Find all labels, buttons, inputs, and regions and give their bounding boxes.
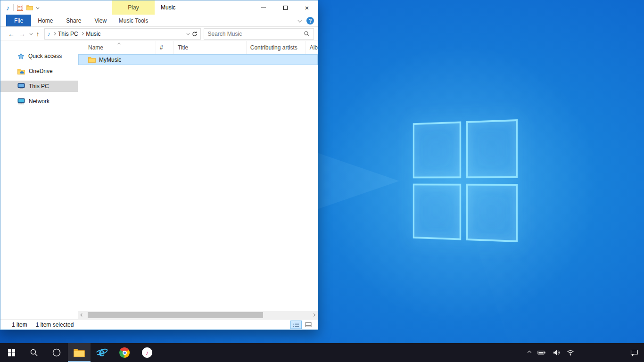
large-icons-view-toggle[interactable] <box>303 321 314 329</box>
cortana-button[interactable] <box>45 343 68 362</box>
search-icon <box>30 348 38 357</box>
column-header-number[interactable]: # <box>156 41 174 54</box>
contextual-tab-group-play[interactable]: Play <box>112 0 155 15</box>
show-hidden-icons-chevron-icon[interactable] <box>528 351 531 354</box>
file-explorer-window: ♪ Play Music × <box>0 0 318 330</box>
sidebar-item-label: Quick access <box>28 53 62 59</box>
windows-logo-pane <box>413 183 461 240</box>
new-folder-button[interactable] <box>26 5 33 10</box>
close-button[interactable]: × <box>296 0 318 15</box>
search-input[interactable] <box>208 29 304 39</box>
recent-locations-chevron-icon[interactable] <box>30 32 33 35</box>
tab-home[interactable]: Home <box>31 15 59 26</box>
tab-music-tools[interactable]: Music Tools <box>112 15 155 26</box>
chrome-icon <box>119 347 130 358</box>
scroll-right-icon <box>312 313 315 316</box>
computer-icon <box>17 83 25 90</box>
customize-toolbar-chevron-icon[interactable] <box>36 6 39 8</box>
chrome-button[interactable] <box>113 343 136 362</box>
window-title: Music <box>161 0 175 15</box>
horizontal-scrollbar[interactable] <box>78 311 318 319</box>
sidebar-item-quick-access[interactable]: Quick access <box>0 50 78 62</box>
star-icon <box>17 53 25 60</box>
music-player-button[interactable]: ♪ <box>136 343 158 362</box>
breadcrumb-chevron-icon[interactable] <box>53 32 56 35</box>
column-header-contributing-artists[interactable]: Contributing artists <box>247 41 306 54</box>
maximize-button[interactable] <box>274 0 296 15</box>
windows-start-icon <box>8 349 16 357</box>
sidebar-item-network[interactable]: Network <box>0 96 78 107</box>
help-button[interactable]: ? <box>306 17 314 25</box>
sidebar-item-label: Network <box>29 98 50 105</box>
new-folder-icon <box>26 5 33 10</box>
breadcrumb-chevron-icon[interactable] <box>81 32 83 35</box>
system-tray <box>528 343 574 362</box>
sidebar-item-this-pc[interactable]: This PC <box>0 81 78 92</box>
start-button[interactable] <box>0 343 23 362</box>
up-button[interactable]: ↑ <box>36 31 40 37</box>
windows-logo-pane <box>466 119 518 178</box>
window-controls: × <box>253 0 318 15</box>
tab-share[interactable]: Share <box>59 15 88 26</box>
file-explorer-icon <box>74 348 85 357</box>
battery-icon <box>537 349 546 356</box>
scroll-left-button[interactable] <box>78 311 86 319</box>
address-bar[interactable]: ♪ This PC Music <box>44 28 201 40</box>
scrollbar-thumb[interactable] <box>88 312 263 318</box>
title-bar: ♪ Play Music × <box>0 0 318 15</box>
sidebar-item-label: OneDrive <box>29 68 53 74</box>
properties-button[interactable] <box>17 5 23 11</box>
refresh-icon <box>192 31 198 37</box>
separator <box>13 4 14 11</box>
volume-icon <box>553 349 560 356</box>
column-header-album[interactable]: Alb <box>306 41 318 54</box>
forward-button[interactable]: → <box>19 31 25 37</box>
large-icons-view-icon <box>305 322 312 328</box>
search-box[interactable] <box>204 28 314 40</box>
selection-count: 1 item selected <box>36 321 74 328</box>
chrome-icon-center <box>123 351 127 355</box>
maximize-icon <box>283 6 288 10</box>
column-label: Title <box>178 44 188 51</box>
volume-tray-button[interactable] <box>553 349 560 356</box>
action-center-button[interactable] <box>630 349 638 356</box>
properties-icon <box>17 5 23 11</box>
taskbar-search-button[interactable] <box>23 343 45 362</box>
file-rows: MyMusic <box>78 54 318 311</box>
file-explorer-taskbar-button[interactable] <box>68 343 91 362</box>
column-label: # <box>160 44 163 51</box>
minimize-button[interactable] <box>253 0 274 15</box>
breadcrumb-music[interactable]: Music <box>86 31 100 37</box>
file-list-pane: Name # Title Contributing artists Alb <box>78 41 318 319</box>
column-label: Name <box>88 44 103 51</box>
scroll-right-button[interactable] <box>310 311 318 319</box>
tab-view[interactable]: View <box>88 15 113 26</box>
action-center-area <box>630 343 638 362</box>
refresh-button[interactable] <box>192 31 198 37</box>
tab-file[interactable]: File <box>6 15 31 26</box>
back-button[interactable]: ← <box>8 31 15 37</box>
details-view-toggle[interactable] <box>290 321 302 329</box>
file-row[interactable]: MyMusic <box>78 54 318 65</box>
sidebar-item-label: This PC <box>29 83 49 90</box>
sort-ascending-icon <box>117 42 121 46</box>
scrollbar-track[interactable] <box>86 311 310 319</box>
navigation-pane: Quick access OneDrive <box>0 41 78 319</box>
expand-ribbon-chevron-icon[interactable] <box>297 18 301 22</box>
sidebar-item-onedrive[interactable]: OneDrive <box>0 66 78 77</box>
scroll-left-icon <box>81 313 83 316</box>
internet-explorer-button[interactable]: e <box>91 343 113 362</box>
music-note-window-icon[interactable]: ♪ <box>6 4 10 11</box>
address-dropdown-chevron-icon[interactable] <box>187 32 190 35</box>
breadcrumb-this-pc[interactable]: This PC <box>58 31 78 37</box>
details-view-icon <box>293 322 299 328</box>
close-icon: × <box>305 4 309 12</box>
network-tray-button[interactable] <box>567 349 574 356</box>
cortana-circle-icon <box>52 348 61 357</box>
battery-tray-button[interactable] <box>537 349 546 356</box>
quick-access-toolbar: ♪ <box>0 4 38 11</box>
status-bar: 1 item 1 item selected <box>0 319 318 329</box>
column-header-name[interactable]: Name <box>78 41 156 54</box>
item-count: 1 item <box>12 321 27 328</box>
column-header-title[interactable]: Title <box>174 41 247 54</box>
